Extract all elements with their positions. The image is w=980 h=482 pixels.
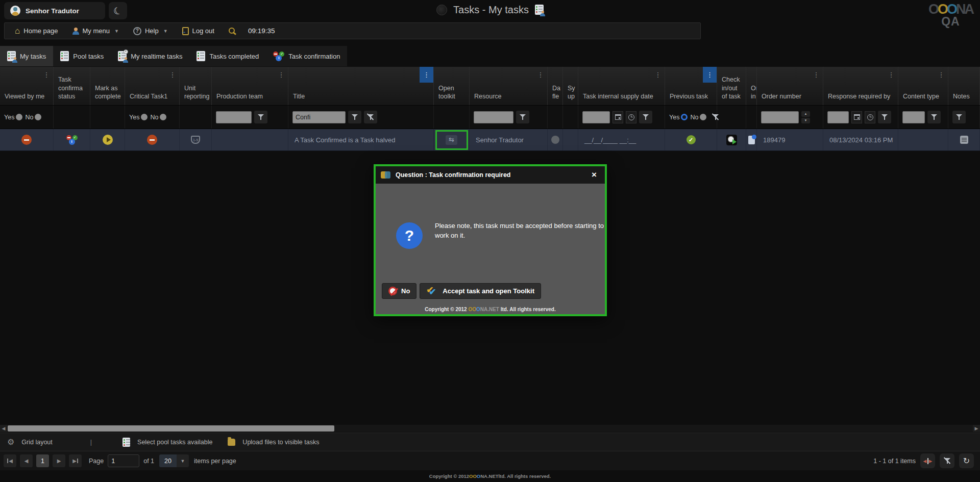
col-task-confirmation-status[interactable]: Task confirma status <box>54 67 90 105</box>
col-notes[interactable]: Notes <box>948 67 980 105</box>
col-content-type[interactable]: Content type⋮ <box>898 67 948 105</box>
time-button[interactable] <box>865 111 875 123</box>
column-menu-icon[interactable]: ⋮ <box>535 68 546 81</box>
col-order-number[interactable]: Order number⋮ <box>757 67 823 105</box>
page-number-input[interactable] <box>108 454 139 467</box>
scrollbar-thumb[interactable] <box>8 425 334 432</box>
menu-home-page[interactable]: ⌂ Home page <box>10 23 63 39</box>
next-page-button[interactable]: ▶ <box>53 454 65 467</box>
tab-my-realtime-tasks[interactable]: My realtime tasks <box>111 46 189 66</box>
cell-mark-completed[interactable] <box>90 129 125 150</box>
title-filter-input[interactable] <box>292 111 346 123</box>
clear-filter-button[interactable] <box>364 111 377 123</box>
highlighted-toolkit-target[interactable]: ⇆ <box>435 130 468 150</box>
clear-all-filters-button[interactable] <box>940 453 954 468</box>
menu-log-out[interactable]: Log out <box>177 23 219 39</box>
open-toolkit-icon[interactable]: ⇆ <box>446 135 457 145</box>
column-menu-icon[interactable]: ⋮ <box>276 68 287 81</box>
col-resource[interactable]: Resource⋮ <box>470 67 548 105</box>
radio-yes-selected[interactable] <box>681 114 688 120</box>
upload-files-button[interactable]: Upload files to visible tasks <box>242 439 319 446</box>
tab-my-tasks[interactable]: My tasks <box>0 46 53 66</box>
time-button[interactable] <box>626 111 636 123</box>
radio-no[interactable] <box>35 114 41 120</box>
current-page-button[interactable]: 1 <box>36 454 49 467</box>
supply-date-filter-input[interactable] <box>582 111 610 123</box>
filter-button[interactable] <box>878 111 891 123</box>
col-data-files[interactable]: Da fle <box>548 67 563 105</box>
radio-no[interactable] <box>700 114 706 120</box>
col-mark-as-completed[interactable]: Mark as complete <box>90 67 125 105</box>
cell-open-toolkit[interactable]: ⇆ <box>434 129 470 150</box>
content-type-filter-input[interactable] <box>902 111 925 123</box>
calendar-button[interactable] <box>612 111 623 123</box>
tab-task-confirmation[interactable]: ✓i Task confirmation <box>266 46 347 66</box>
cell-title[interactable]: A Task Confirmed is a Task halved <box>288 129 434 150</box>
last-page-button[interactable]: ▶ <box>69 454 82 467</box>
dialog-header[interactable]: Question : Task confirmation required × <box>376 166 605 184</box>
tab-pool-tasks[interactable]: Pool tasks <box>53 46 111 66</box>
col-previous-task[interactable]: Previous task⋮ <box>665 67 717 105</box>
task-row[interactable]: ✓i 1-9 A Task Confirmed is a Task halved… <box>0 129 980 151</box>
col-check-in-out[interactable]: Check in/out of task <box>717 67 746 105</box>
col-task-internal-supply-date[interactable]: Task internal supply date⋮ <box>578 67 665 105</box>
filter-viewed-by-me: Yes No <box>0 106 54 129</box>
clear-filter-button[interactable] <box>709 111 722 123</box>
filter-button[interactable] <box>952 111 966 123</box>
filter-button[interactable] <box>348 111 361 123</box>
filter-button[interactable] <box>927 111 941 123</box>
refresh-button[interactable]: ↻ <box>959 453 974 468</box>
filter-button[interactable] <box>639 111 652 123</box>
menu-my-menu[interactable]: My menu ▼ <box>67 23 124 39</box>
radio-yes[interactable] <box>16 114 22 120</box>
col-title[interactable]: Title⋮ <box>288 67 434 105</box>
first-page-button[interactable]: ◀ <box>4 454 16 467</box>
cell-order-info[interactable] <box>746 129 757 150</box>
response-required-filter-input[interactable] <box>827 111 849 123</box>
cell-check-in-out[interactable] <box>717 129 746 150</box>
select-pool-tasks-button[interactable]: Select pool tasks available <box>137 439 212 446</box>
col-order-info[interactable]: Or in <box>746 67 757 105</box>
number-stepper[interactable]: ▲▼ <box>801 111 810 123</box>
grid-layout-button[interactable]: Grid layout <box>21 439 52 446</box>
search-icon[interactable] <box>229 28 235 34</box>
column-menu-icon[interactable]: ⋮ <box>652 68 664 81</box>
accept-task-button[interactable]: ✔✔ Accept task and open Toolkit <box>420 283 541 299</box>
order-number-filter-input[interactable] <box>761 111 799 123</box>
filter-button[interactable] <box>254 111 267 123</box>
column-menu-icon[interactable]: ⋮ <box>886 68 897 81</box>
horizontal-scrollbar[interactable]: ◀ ▶ <box>0 425 980 432</box>
page-size-value[interactable]: 20 <box>159 454 177 467</box>
col-unit-reporting[interactable]: Unit reporting <box>180 67 212 105</box>
scroll-right-button[interactable]: ▶ <box>973 425 980 432</box>
column-menu-icon[interactable]: ⋮ <box>167 68 178 81</box>
scroll-left-button[interactable]: ◀ <box>0 425 7 432</box>
production-team-filter-input[interactable] <box>216 111 252 123</box>
resource-filter-input[interactable] <box>474 111 513 123</box>
calendar-button[interactable] <box>851 111 862 123</box>
funnel-icon <box>258 114 264 120</box>
col-critical-task1[interactable]: Critical Task1⋮ <box>125 67 180 105</box>
fit-columns-button[interactable]: ◀▶ <box>920 453 935 468</box>
page-size-dropdown-icon[interactable]: ▼ <box>177 454 189 467</box>
resize-columns-icon: ◀▶ <box>923 458 933 464</box>
close-icon[interactable]: × <box>589 170 600 180</box>
filter-button[interactable] <box>516 111 529 123</box>
column-menu-icon-active[interactable]: ⋮ <box>420 67 433 83</box>
col-production-team[interactable]: Production team⋮ <box>212 67 288 105</box>
previous-page-button[interactable]: ◀ <box>20 454 33 467</box>
no-button[interactable]: No <box>382 283 416 299</box>
menu-help[interactable]: ? Help ▼ <box>128 23 173 39</box>
cell-notes[interactable] <box>948 129 980 150</box>
col-response-required-by[interactable]: Response required by⋮ <box>823 67 898 105</box>
tab-tasks-completed[interactable]: Tasks completed <box>189 46 266 66</box>
column-menu-icon-active[interactable]: ⋮ <box>703 67 717 83</box>
col-sync-upload[interactable]: Sy up <box>563 67 578 105</box>
radio-yes[interactable] <box>141 114 148 120</box>
col-open-toolkit[interactable]: Open toolkit <box>434 67 470 105</box>
column-menu-icon[interactable]: ⋮ <box>811 68 822 81</box>
col-viewed-by-me[interactable]: Viewed by me⋮ <box>0 67 54 105</box>
radio-no[interactable] <box>160 114 166 120</box>
column-menu-icon[interactable]: ⋮ <box>41 68 52 81</box>
column-menu-icon[interactable]: ⋮ <box>936 68 947 81</box>
